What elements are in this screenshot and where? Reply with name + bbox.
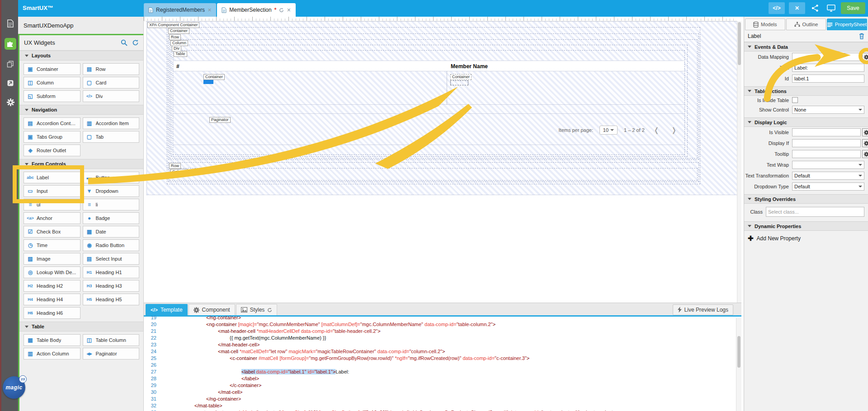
widget-select-input[interactable]: ▤Select Input	[83, 253, 140, 265]
widget-subform[interactable]: ◱Subform	[24, 90, 80, 102]
text-transformation-select[interactable]: Default	[792, 172, 864, 180]
code-line[interactable]: 26	[144, 362, 736, 369]
widget-container[interactable]: ▣Container	[24, 63, 80, 75]
is-visible-input[interactable]	[792, 128, 861, 136]
section-events-data[interactable]: Events & Data	[744, 42, 868, 51]
widget-row[interactable]: ▤Row	[83, 63, 140, 75]
row-chip[interactable]: Row	[169, 34, 181, 40]
code-view-button[interactable]: </>	[769, 2, 785, 14]
previous-page-icon[interactable]: ❬	[651, 126, 662, 134]
is-visible-gear-button[interactable]	[862, 128, 868, 136]
preview-device-button[interactable]	[825, 2, 837, 14]
cell1-container-chip[interactable]: Container	[203, 74, 225, 80]
widget-action-column[interactable]: ▥Action Column	[24, 348, 80, 360]
code-line[interactable]: 24<mat-cell *matCellDef="let row" magicM…	[144, 348, 736, 355]
is-inside-table-checkbox[interactable]	[792, 97, 798, 103]
code-line[interactable]: 20<ng-container [magic]="mgc.ColumnMembe…	[144, 321, 736, 328]
next-page-icon[interactable]: ❭	[668, 126, 679, 134]
display-if-gear-button[interactable]	[862, 139, 868, 147]
column2-chip[interactable]: Column	[170, 169, 188, 175]
code-line[interactable]: 25<c-container #matCell [formGroup]="mg.…	[144, 355, 736, 362]
paginator-chip[interactable]: Paginator	[209, 117, 231, 123]
xpa-component-container[interactable]: XPA Component Container Container Row Co…	[146, 21, 738, 195]
label-element-placeholder[interactable]	[450, 80, 468, 85]
search-icon[interactable]	[121, 39, 127, 46]
widget-tabs-group[interactable]: ▣Tabs Group	[24, 131, 80, 143]
div-box[interactable]: Div Table # Member Name Container	[171, 45, 688, 157]
section-layouts[interactable]: Layouts	[19, 51, 143, 61]
code-line[interactable]: 21<mat-header-cell *matHeaderCellDef dat…	[144, 328, 736, 335]
tooltip-gear-button[interactable]	[862, 150, 868, 158]
section-table-actions[interactable]: Table Actions	[744, 86, 868, 96]
code-line[interactable]: 23</mat-header-cell>	[144, 341, 736, 348]
show-control-select[interactable]: None	[792, 106, 864, 114]
section-dynamic-properties[interactable]: Dynamic Properties	[744, 221, 868, 231]
section-styling-overrides[interactable]: Styling Overrides	[744, 194, 868, 204]
live-preview-logs-button[interactable]: Live Preview Logs	[673, 304, 733, 315]
code-line[interactable]: 22{{ mg.getText(mgc.ColumnMemberName) }}	[144, 335, 736, 341]
widget-input[interactable]: ▭Input	[24, 185, 80, 197]
settings-gear-icon[interactable]	[5, 97, 16, 107]
row2-box[interactable]: Row Column	[168, 162, 699, 182]
close-tab-icon[interactable]: ✕	[287, 7, 291, 13]
close-tab-icon[interactable]: ✕	[208, 7, 212, 13]
code-line[interactable]: 30</mat-cell>	[144, 389, 736, 396]
column-header-member-name[interactable]: Member Name	[451, 63, 488, 70]
widget-label[interactable]: abcLabel	[24, 172, 80, 183]
cell2-container-chip[interactable]: Container	[450, 74, 472, 80]
refresh-icon[interactable]	[267, 308, 272, 313]
widget-column[interactable]: ◫Column	[24, 77, 80, 89]
widget-heading-h2[interactable]: H2Heading H2	[24, 280, 80, 292]
widget-tab[interactable]: ▢Tab	[83, 131, 140, 143]
copy-pages-icon[interactable]	[5, 59, 16, 70]
tab-styles[interactable]: Styles	[236, 304, 278, 315]
documents-icon[interactable]	[5, 18, 16, 29]
section-table[interactable]: Table	[19, 322, 143, 332]
add-new-property-button[interactable]: ✚ Add New Property	[744, 231, 868, 243]
code-line[interactable]: 33<mat-paginator magicMark="paginator" […	[144, 409, 736, 411]
widget-table-column[interactable]: ◫Table Column	[83, 334, 140, 346]
code-line[interactable]: 29</c-container>	[144, 382, 736, 389]
widget-heading-h4[interactable]: H4Heading H4	[24, 294, 80, 305]
widget-router-outlet[interactable]: ◈Router Outlet	[24, 145, 80, 156]
widget-image[interactable]: ▧Image	[24, 253, 80, 265]
refresh-icon[interactable]	[279, 8, 284, 13]
table-box[interactable]: Table # Member Name Container Container	[173, 50, 685, 155]
widget-date[interactable]: ▦Date	[83, 226, 140, 238]
trash-icon[interactable]	[859, 33, 864, 39]
save-button[interactable]: Save	[841, 2, 865, 14]
section-form-controls[interactable]: Form Controls	[19, 159, 143, 169]
container-box[interactable]: Container Row Column Div Table # Member …	[167, 27, 700, 184]
tab-component[interactable]: Component	[189, 304, 235, 315]
code-area[interactable]: 19</ng-container>20<ng-container [magic]…	[144, 314, 736, 411]
widget-table-body[interactable]: ▦Table Body	[24, 334, 80, 346]
container-chip[interactable]: Container	[168, 28, 189, 34]
code-line[interactable]: 19</ng-container>	[144, 314, 736, 321]
widget-div[interactable]: </>Div	[83, 90, 140, 102]
widget-accordion-container[interactable]: ▤Accordion Conta...	[24, 117, 80, 129]
share-button[interactable]	[809, 2, 821, 14]
project-name[interactable]: SmartUXDemoApp	[18, 17, 143, 34]
tab-outline[interactable]: Outline	[786, 19, 826, 30]
export-icon[interactable]	[5, 78, 16, 89]
widget-heading-h3[interactable]: H3Heading H3	[83, 280, 140, 292]
canvas-scrollbar[interactable]	[737, 21, 741, 303]
widget-time[interactable]: ◷Time	[24, 239, 80, 251]
widget-lookup[interactable]: ◎Lookup With De...	[24, 266, 80, 278]
paginator-box[interactable]: Paginator Items per page: 10 1 – 2 of 2 …	[174, 113, 684, 145]
row2-chip[interactable]: Row	[169, 163, 181, 169]
widget-accordion-item[interactable]: ▥Accordion Item	[83, 117, 140, 129]
widget-badge[interactable]: ●Badge	[83, 212, 140, 224]
section-display-logic[interactable]: Display Logic	[744, 117, 868, 127]
refresh-icon[interactable]	[132, 39, 139, 46]
data-mapping-input[interactable]	[792, 53, 861, 61]
code-line[interactable]: 31</ng-container>	[144, 396, 736, 402]
xpa-container-chip[interactable]: XPA Component Container	[147, 22, 199, 28]
row-box[interactable]: Row Column Div Table # Member Name	[168, 33, 699, 160]
display-if-input[interactable]	[792, 139, 861, 147]
widget-heading-h5[interactable]: H5Heading H5	[83, 294, 140, 305]
widget-card[interactable]: ▢Card	[83, 77, 140, 89]
tab-member-selection[interactable]: MemberSelection * ✕	[217, 3, 295, 17]
scrollbar-thumb[interactable]	[738, 22, 741, 65]
table-header-row[interactable]: # Member Name	[174, 61, 684, 71]
